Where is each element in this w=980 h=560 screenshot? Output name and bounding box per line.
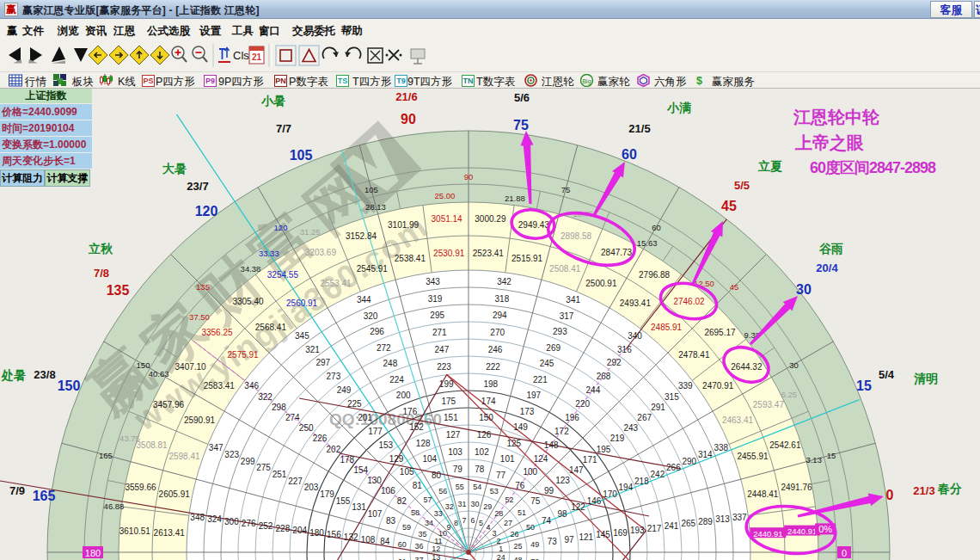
svg-text:2485.91: 2485.91	[651, 323, 683, 332]
svg-text:2448.41: 2448.41	[747, 489, 779, 499]
svg-text:25.00: 25.00	[435, 191, 456, 200]
svg-text:2553.41: 2553.41	[321, 279, 352, 288]
svg-text:196: 196	[565, 413, 579, 422]
svg-text:102: 102	[475, 447, 489, 457]
svg-text:270: 270	[490, 328, 505, 337]
svg-text:120: 120	[274, 223, 288, 232]
svg-text:153: 153	[378, 440, 393, 450]
svg-text:2491.76: 2491.76	[781, 483, 812, 492]
svg-text:4: 4	[487, 523, 491, 532]
svg-text:28.13: 28.13	[365, 202, 386, 212]
svg-text:179: 179	[320, 489, 334, 499]
svg-text:Cls: Cls	[233, 49, 249, 62]
svg-text:318: 318	[495, 294, 510, 304]
svg-text:15: 15	[856, 378, 872, 393]
svg-text:224: 224	[389, 375, 404, 385]
svg-text:54: 54	[473, 483, 481, 491]
svg-text:105: 105	[364, 185, 378, 194]
svg-text:298: 298	[272, 403, 286, 412]
svg-text:2523.41: 2523.41	[473, 249, 505, 258]
svg-text:3356.25: 3356.25	[201, 328, 233, 337]
svg-text:57: 57	[423, 495, 432, 504]
svg-text:6: 6	[470, 516, 475, 525]
svg-text:337: 337	[732, 513, 747, 522]
svg-text:0: 0	[886, 488, 894, 502]
svg-text:221: 221	[533, 375, 548, 385]
svg-text:169: 169	[613, 528, 628, 538]
svg-text:2538.41: 2538.41	[395, 254, 426, 263]
svg-text:271: 271	[432, 328, 447, 337]
svg-text:21/6: 21/6	[395, 90, 417, 103]
svg-text:317: 317	[560, 311, 574, 321]
svg-text:2493.41: 2493.41	[620, 298, 652, 308]
svg-text:31: 31	[457, 500, 466, 508]
svg-text:6.25: 6.25	[781, 390, 798, 399]
svg-text:2560.91: 2560.91	[286, 298, 318, 308]
svg-text:3305.40: 3305.40	[232, 297, 264, 306]
svg-text:37.50: 37.50	[189, 312, 210, 322]
svg-text:3.13: 3.13	[805, 455, 822, 465]
svg-text:2463.41: 2463.41	[722, 415, 754, 425]
svg-text:45: 45	[730, 282, 739, 292]
svg-text:219: 219	[610, 434, 625, 443]
svg-text:80: 80	[432, 471, 442, 480]
svg-text:2605.91: 2605.91	[159, 489, 191, 499]
svg-text:2598.41: 2598.41	[168, 452, 200, 461]
svg-text:32: 32	[445, 502, 454, 511]
svg-text:3101.99: 3101.99	[388, 220, 420, 230]
svg-text:8: 8	[454, 519, 458, 527]
svg-text:289: 289	[698, 517, 713, 526]
svg-text:0%: 0%	[818, 524, 832, 534]
svg-text:3051.14: 3051.14	[432, 214, 463, 224]
svg-text:107: 107	[368, 509, 383, 519]
svg-text:194: 194	[619, 483, 634, 492]
svg-text:清明: 清明	[914, 372, 938, 385]
svg-text:21: 21	[252, 52, 262, 62]
svg-text:7/7: 7/7	[276, 122, 291, 135]
svg-text:小满: 小满	[666, 101, 691, 114]
svg-text:49: 49	[530, 540, 539, 549]
svg-text:78: 78	[475, 465, 485, 474]
svg-text:220: 220	[575, 399, 590, 409]
svg-text:Big: Big	[582, 78, 591, 85]
svg-text:2575.91: 2575.91	[228, 350, 260, 360]
svg-text:193: 193	[630, 526, 645, 535]
svg-text:2440.91: 2440.91	[753, 529, 782, 538]
svg-text:7/9: 7/9	[9, 484, 25, 497]
svg-text:227: 227	[288, 477, 303, 486]
svg-text:28: 28	[494, 509, 503, 518]
svg-text:244: 244	[586, 385, 601, 395]
svg-text:25: 25	[513, 542, 522, 551]
svg-text:2590.91: 2590.91	[184, 415, 216, 425]
svg-text:342: 342	[497, 277, 511, 286]
svg-text:60: 60	[622, 147, 637, 162]
svg-text:150: 150	[58, 378, 81, 393]
svg-text:108: 108	[361, 535, 376, 545]
svg-text:155: 155	[336, 496, 351, 506]
svg-text:75: 75	[513, 118, 529, 132]
svg-text:2530.91: 2530.91	[433, 249, 465, 258]
svg-text:265: 265	[681, 519, 695, 528]
svg-text:3559.66: 3559.66	[125, 483, 156, 492]
svg-text:344: 344	[357, 295, 371, 305]
svg-text:345: 345	[295, 331, 309, 341]
svg-text:149: 149	[513, 422, 528, 432]
svg-text:24: 24	[497, 553, 505, 560]
svg-text:江恩轮中轮: 江恩轮中轮	[793, 108, 880, 126]
svg-text:266: 266	[666, 463, 681, 472]
svg-text:90: 90	[464, 172, 474, 182]
svg-text:275: 275	[256, 463, 271, 472]
svg-text:346: 346	[244, 381, 259, 391]
svg-text:5: 5	[479, 519, 483, 527]
svg-text:251: 251	[273, 470, 287, 479]
svg-text:320: 320	[364, 311, 378, 321]
svg-text:202: 202	[327, 445, 341, 454]
svg-text:3203.69: 3203.69	[305, 248, 337, 257]
svg-text:83: 83	[386, 516, 396, 526]
svg-text:98: 98	[557, 509, 567, 519]
svg-text:23/7: 23/7	[187, 180, 208, 193]
svg-text:2613.41: 2613.41	[154, 528, 186, 538]
svg-text:347: 347	[209, 443, 224, 452]
svg-text:170: 170	[603, 489, 617, 499]
svg-text:204: 204	[292, 526, 307, 535]
